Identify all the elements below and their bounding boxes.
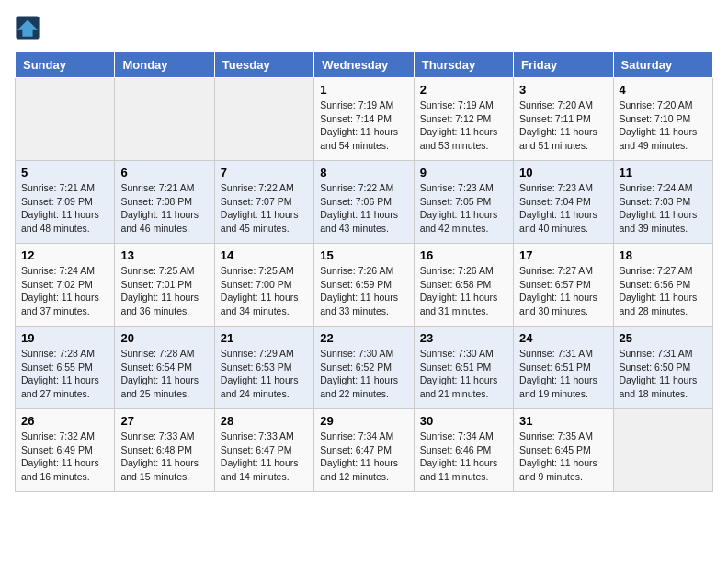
day-number: 1 <box>320 83 407 97</box>
calendar-cell: 10Sunrise: 7:23 AM Sunset: 7:04 PM Dayli… <box>514 161 613 244</box>
day-number: 31 <box>519 414 607 428</box>
day-number: 30 <box>420 414 507 428</box>
day-info: Sunrise: 7:22 AM Sunset: 7:07 PM Dayligh… <box>221 181 308 236</box>
calendar-cell: 11Sunrise: 7:24 AM Sunset: 7:03 PM Dayli… <box>613 161 712 244</box>
logo <box>15 15 44 40</box>
day-number: 17 <box>519 248 607 262</box>
day-number: 9 <box>420 166 507 179</box>
day-info: Sunrise: 7:30 AM Sunset: 6:52 PM Dayligh… <box>320 347 407 401</box>
calendar-week-4: 19Sunrise: 7:28 AM Sunset: 6:55 PM Dayli… <box>16 327 713 409</box>
calendar-week-1: 1Sunrise: 7:19 AM Sunset: 7:14 PM Daylig… <box>16 78 713 161</box>
calendar-cell: 27Sunrise: 7:33 AM Sunset: 6:48 PM Dayli… <box>115 409 214 492</box>
day-number: 25 <box>620 331 707 345</box>
day-info: Sunrise: 7:27 AM Sunset: 6:56 PM Dayligh… <box>620 264 707 318</box>
day-number: 28 <box>221 414 308 428</box>
calendar-cell: 7Sunrise: 7:22 AM Sunset: 7:07 PM Daylig… <box>214 161 313 244</box>
day-number: 24 <box>519 331 607 345</box>
day-info: Sunrise: 7:26 AM Sunset: 6:59 PM Dayligh… <box>320 264 407 318</box>
day-number: 5 <box>21 166 108 179</box>
calendar-cell <box>16 78 115 161</box>
weekday-header-wednesday: Wednesday <box>314 52 414 78</box>
day-number: 6 <box>120 166 208 179</box>
day-number: 7 <box>221 166 308 179</box>
day-number: 10 <box>519 166 607 179</box>
day-info: Sunrise: 7:21 AM Sunset: 7:08 PM Dayligh… <box>120 181 208 236</box>
day-number: 18 <box>620 248 707 262</box>
day-number: 20 <box>120 331 208 345</box>
day-number: 15 <box>320 248 407 262</box>
day-info: Sunrise: 7:19 AM Sunset: 7:14 PM Dayligh… <box>320 98 407 153</box>
calendar-cell: 14Sunrise: 7:25 AM Sunset: 7:00 PM Dayli… <box>214 244 313 327</box>
calendar-cell <box>214 78 313 161</box>
calendar-cell <box>115 78 214 161</box>
day-number: 23 <box>420 331 507 345</box>
calendar-cell <box>613 409 712 492</box>
day-number: 26 <box>21 414 108 428</box>
calendar-week-3: 12Sunrise: 7:24 AM Sunset: 7:02 PM Dayli… <box>16 244 713 327</box>
calendar-week-5: 26Sunrise: 7:32 AM Sunset: 6:49 PM Dayli… <box>16 409 713 492</box>
day-info: Sunrise: 7:33 AM Sunset: 6:47 PM Dayligh… <box>221 430 308 484</box>
day-info: Sunrise: 7:30 AM Sunset: 6:51 PM Dayligh… <box>420 347 507 401</box>
day-info: Sunrise: 7:23 AM Sunset: 7:05 PM Dayligh… <box>420 181 507 236</box>
day-info: Sunrise: 7:20 AM Sunset: 7:10 PM Dayligh… <box>620 98 707 153</box>
day-number: 12 <box>21 248 108 262</box>
day-info: Sunrise: 7:19 AM Sunset: 7:12 PM Dayligh… <box>420 98 507 153</box>
calendar-cell: 26Sunrise: 7:32 AM Sunset: 6:49 PM Dayli… <box>16 409 115 492</box>
weekday-header-friday: Friday <box>514 52 613 78</box>
calendar-cell: 12Sunrise: 7:24 AM Sunset: 7:02 PM Dayli… <box>16 244 115 327</box>
day-number: 4 <box>620 83 707 97</box>
calendar-cell: 20Sunrise: 7:28 AM Sunset: 6:54 PM Dayli… <box>115 327 214 409</box>
weekday-header-row: SundayMondayTuesdayWednesdayThursdayFrid… <box>16 52 713 78</box>
calendar-cell: 4Sunrise: 7:20 AM Sunset: 7:10 PM Daylig… <box>613 78 712 161</box>
calendar-cell: 8Sunrise: 7:22 AM Sunset: 7:06 PM Daylig… <box>314 161 414 244</box>
calendar-cell: 19Sunrise: 7:28 AM Sunset: 6:55 PM Dayli… <box>16 327 115 409</box>
day-number: 19 <box>21 331 108 345</box>
calendar-cell: 30Sunrise: 7:34 AM Sunset: 6:46 PM Dayli… <box>414 409 513 492</box>
day-info: Sunrise: 7:27 AM Sunset: 6:57 PM Dayligh… <box>519 264 607 318</box>
day-info: Sunrise: 7:32 AM Sunset: 6:49 PM Dayligh… <box>21 430 108 484</box>
day-info: Sunrise: 7:26 AM Sunset: 6:58 PM Dayligh… <box>420 264 507 318</box>
day-number: 11 <box>620 166 707 179</box>
day-info: Sunrise: 7:34 AM Sunset: 6:46 PM Dayligh… <box>420 430 507 484</box>
day-info: Sunrise: 7:23 AM Sunset: 7:04 PM Dayligh… <box>519 181 607 236</box>
day-info: Sunrise: 7:25 AM Sunset: 7:01 PM Dayligh… <box>120 264 208 318</box>
day-number: 2 <box>420 83 507 97</box>
day-info: Sunrise: 7:22 AM Sunset: 7:06 PM Dayligh… <box>320 181 407 236</box>
day-number: 29 <box>320 414 407 428</box>
day-info: Sunrise: 7:21 AM Sunset: 7:09 PM Dayligh… <box>21 181 108 236</box>
weekday-header-thursday: Thursday <box>414 52 513 78</box>
calendar-cell: 21Sunrise: 7:29 AM Sunset: 6:53 PM Dayli… <box>214 327 313 409</box>
day-number: 3 <box>519 83 607 97</box>
day-info: Sunrise: 7:24 AM Sunset: 7:02 PM Dayligh… <box>21 264 108 318</box>
calendar-cell: 24Sunrise: 7:31 AM Sunset: 6:51 PM Dayli… <box>514 327 613 409</box>
day-info: Sunrise: 7:34 AM Sunset: 6:47 PM Dayligh… <box>320 430 407 484</box>
calendar-cell: 25Sunrise: 7:31 AM Sunset: 6:50 PM Dayli… <box>613 327 712 409</box>
logo-icon <box>15 15 40 40</box>
day-number: 13 <box>120 248 208 262</box>
calendar-cell: 22Sunrise: 7:30 AM Sunset: 6:52 PM Dayli… <box>314 327 414 409</box>
calendar-cell: 29Sunrise: 7:34 AM Sunset: 6:47 PM Dayli… <box>314 409 414 492</box>
day-number: 14 <box>221 248 308 262</box>
calendar-cell: 5Sunrise: 7:21 AM Sunset: 7:09 PM Daylig… <box>16 161 115 244</box>
calendar-cell: 16Sunrise: 7:26 AM Sunset: 6:58 PM Dayli… <box>414 244 513 327</box>
day-info: Sunrise: 7:25 AM Sunset: 7:00 PM Dayligh… <box>221 264 308 318</box>
calendar-week-2: 5Sunrise: 7:21 AM Sunset: 7:09 PM Daylig… <box>16 161 713 244</box>
day-number: 22 <box>320 331 407 345</box>
weekday-header-monday: Monday <box>115 52 214 78</box>
calendar-cell: 13Sunrise: 7:25 AM Sunset: 7:01 PM Dayli… <box>115 244 214 327</box>
day-number: 8 <box>320 166 407 179</box>
day-number: 27 <box>120 414 208 428</box>
calendar-body: 1Sunrise: 7:19 AM Sunset: 7:14 PM Daylig… <box>16 78 713 492</box>
weekday-header-sunday: Sunday <box>16 52 115 78</box>
day-number: 16 <box>420 248 507 262</box>
day-number: 21 <box>221 331 308 345</box>
calendar-cell: 1Sunrise: 7:19 AM Sunset: 7:14 PM Daylig… <box>314 78 414 161</box>
day-info: Sunrise: 7:29 AM Sunset: 6:53 PM Dayligh… <box>221 347 308 401</box>
calendar-cell: 2Sunrise: 7:19 AM Sunset: 7:12 PM Daylig… <box>414 78 513 161</box>
day-info: Sunrise: 7:28 AM Sunset: 6:54 PM Dayligh… <box>120 347 208 401</box>
calendar-cell: 31Sunrise: 7:35 AM Sunset: 6:45 PM Dayli… <box>514 409 613 492</box>
day-info: Sunrise: 7:31 AM Sunset: 6:51 PM Dayligh… <box>519 347 607 401</box>
day-info: Sunrise: 7:28 AM Sunset: 6:55 PM Dayligh… <box>21 347 108 401</box>
day-info: Sunrise: 7:31 AM Sunset: 6:50 PM Dayligh… <box>620 347 707 401</box>
calendar-table: SundayMondayTuesdayWednesdayThursdayFrid… <box>15 52 713 492</box>
